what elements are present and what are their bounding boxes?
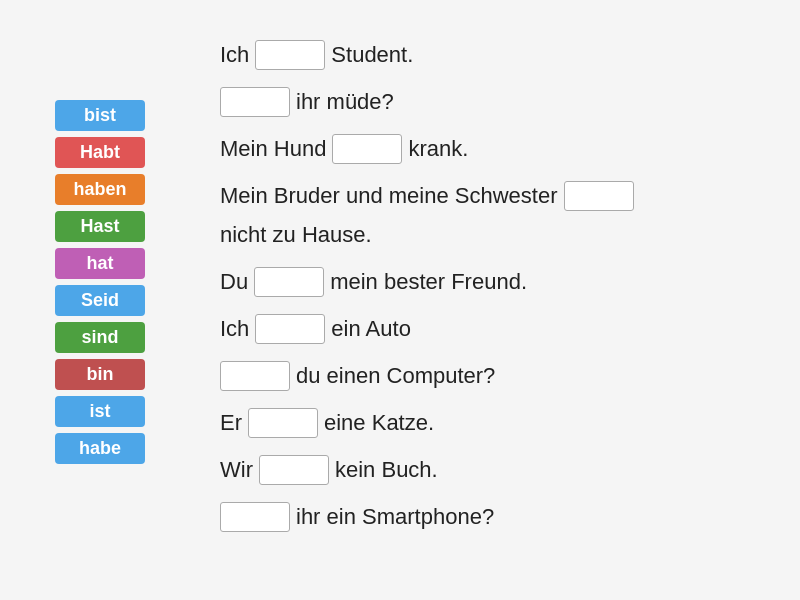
tile-haben[interactable]: haben [55, 174, 145, 205]
blank-s2-0[interactable] [220, 87, 290, 117]
word-text: eine Katze. [324, 406, 434, 439]
sentence-line-s6: Ichein Auto [220, 312, 780, 345]
tile-bist[interactable]: bist [55, 100, 145, 131]
word-text: Mein Bruder und meine Schwester [220, 179, 558, 212]
blank-s4-1[interactable] [564, 181, 634, 211]
tile-bin[interactable]: bin [55, 359, 145, 390]
blank-s9-1[interactable] [259, 455, 329, 485]
sentence-line-s10: ihr ein Smartphone? [220, 500, 780, 533]
word-text: Ich [220, 38, 249, 71]
blank-s1-1[interactable] [255, 40, 325, 70]
tile-Hast[interactable]: Hast [55, 211, 145, 242]
sentence-line-s3: Mein Hundkrank. [220, 132, 780, 165]
word-text: ein Auto [331, 312, 411, 345]
word-bank: bistHabthabenHasthatSeidsindbinisthabe [0, 90, 200, 580]
word-text: mein bester Freund. [330, 265, 527, 298]
tile-ist[interactable]: ist [55, 396, 145, 427]
tile-Habt[interactable]: Habt [55, 137, 145, 168]
tile-sind[interactable]: sind [55, 322, 145, 353]
blank-s7-0[interactable] [220, 361, 290, 391]
main-container: bistHabthabenHasthatSeidsindbinisthabe I… [0, 0, 800, 600]
word-text: krank. [408, 132, 468, 165]
word-text: Er [220, 406, 242, 439]
word-text: du einen Computer? [296, 359, 495, 392]
sentence-line-s8: Ereine Katze. [220, 406, 780, 439]
word-text: Wir [220, 453, 253, 486]
word-text: ihr ein Smartphone? [296, 500, 494, 533]
blank-s5-1[interactable] [254, 267, 324, 297]
word-text: Du [220, 265, 248, 298]
sentence-line-s1: IchStudent. [220, 38, 780, 71]
word-text: Mein Hund [220, 132, 326, 165]
sentence-line-s9: Wirkein Buch. [220, 453, 780, 486]
blank-s8-1[interactable] [248, 408, 318, 438]
sentence-line-s5: Dumein bester Freund. [220, 265, 780, 298]
sentences-area: IchStudent.ihr müde?Mein Hundkrank.Mein … [200, 20, 800, 580]
word-text: ihr müde? [296, 85, 394, 118]
tile-hat[interactable]: hat [55, 248, 145, 279]
blank-s10-0[interactable] [220, 502, 290, 532]
word-text: kein Buch. [335, 453, 438, 486]
sentence-line-s4: Mein Bruder und meine Schwesternicht zu … [220, 179, 780, 251]
tile-Seid[interactable]: Seid [55, 285, 145, 316]
blank-s3-1[interactable] [332, 134, 402, 164]
sentence-line-s7: du einen Computer? [220, 359, 780, 392]
word-text: Student. [331, 38, 413, 71]
tile-habe[interactable]: habe [55, 433, 145, 464]
word-text: nicht zu Hause. [220, 218, 372, 251]
blank-s6-1[interactable] [255, 314, 325, 344]
word-text: Ich [220, 312, 249, 345]
sentence-line-s2: ihr müde? [220, 85, 780, 118]
